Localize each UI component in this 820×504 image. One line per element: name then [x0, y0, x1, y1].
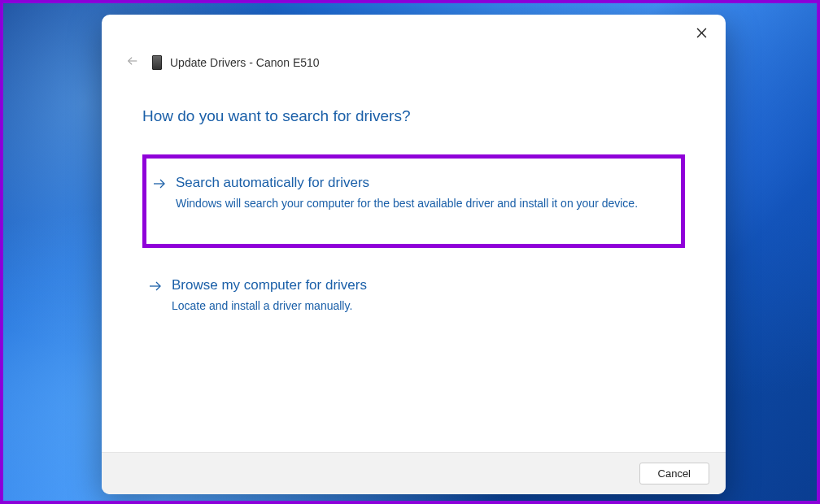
dialog-title: Update Drivers - Canon E510 [170, 56, 320, 69]
option-browse-computer[interactable]: Browse my computer for drivers Locate an… [142, 259, 685, 335]
arrow-right-icon [153, 178, 166, 193]
dialog-footer: Cancel [102, 452, 726, 494]
update-drivers-dialog: Update Drivers - Canon E510 How do you w… [102, 15, 726, 494]
option-body: Browse my computer for drivers Locate an… [172, 277, 662, 314]
dialog-titlebar [102, 15, 726, 49]
device-icon [152, 55, 162, 70]
dialog-content: How do you want to search for drivers? S… [102, 73, 726, 452]
back-arrow-icon [127, 55, 138, 70]
close-button[interactable] [690, 23, 713, 46]
dialog-header: Update Drivers - Canon E510 [102, 49, 726, 73]
option-search-automatically[interactable]: Search automatically for drivers Windows… [142, 154, 685, 248]
option-description: Windows will search your computer for th… [176, 196, 661, 211]
option-description: Locate and install a driver manually. [172, 298, 662, 314]
arrow-right-icon [149, 280, 162, 295]
back-button[interactable] [124, 54, 141, 71]
option-title: Search automatically for drivers [176, 175, 661, 191]
option-title: Browse my computer for drivers [172, 277, 662, 293]
close-icon [696, 27, 707, 41]
option-body: Search automatically for drivers Windows… [176, 175, 661, 211]
page-heading: How do you want to search for drivers? [142, 107, 685, 125]
cancel-button[interactable]: Cancel [639, 463, 709, 484]
